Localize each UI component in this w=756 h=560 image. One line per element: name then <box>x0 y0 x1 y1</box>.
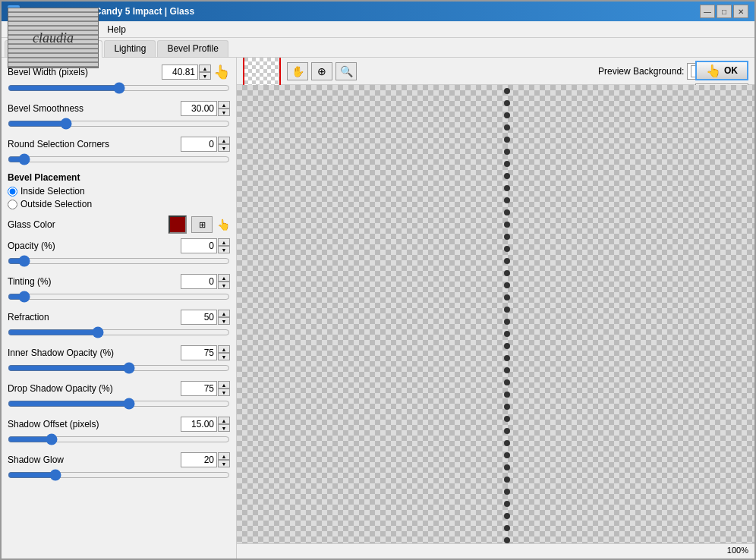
minimize-button[interactable]: — <box>700 5 715 18</box>
tab-bevel-profile[interactable]: Bevel Profile <box>157 40 228 57</box>
tinting-label: Tinting (%) <box>8 276 181 287</box>
dot-26 <box>504 392 510 398</box>
drop-shadow-label: Drop Shadow Opacity (%) <box>8 383 181 394</box>
shadow-offset-down[interactable]: ▼ <box>218 424 230 432</box>
dot-37 <box>504 525 510 531</box>
pan-tool-button[interactable]: ✋ <box>287 62 308 80</box>
bevel-width-up[interactable]: ▲ <box>199 64 211 72</box>
round-corners-spinbox: 0 ▲ ▼ <box>181 137 230 152</box>
dot-7 <box>504 161 510 167</box>
dot-38 <box>504 537 510 543</box>
opacity-down[interactable]: ▼ <box>218 246 230 253</box>
tool2-button[interactable]: ⊕ <box>311 62 332 80</box>
inner-shadow-label: Inner Shadow Opacity (%) <box>8 348 181 358</box>
bevel-width-down[interactable]: ▼ <box>199 72 211 80</box>
tab-lighting[interactable]: Lighting <box>104 40 156 57</box>
bevel-smoothness-up[interactable]: ▲ <box>218 101 230 109</box>
shadow-glow-input[interactable]: 20 <box>181 452 217 467</box>
shadow-glow-down[interactable]: ▼ <box>218 460 230 467</box>
drop-shadow-slider[interactable] <box>8 398 230 410</box>
menu-help[interactable]: Help <box>101 23 132 36</box>
round-corners-slider[interactable] <box>8 153 230 165</box>
opacity-slider[interactable] <box>8 255 230 267</box>
glass-color-row: Glass Color ⊞ 👆 <box>8 216 230 234</box>
opacity-up[interactable]: ▲ <box>218 238 230 246</box>
content-area: Bevel Width (pixels) 40.81 ▲ ▼ 👆 Bevel S… <box>2 58 754 558</box>
drop-shadow-row: Drop Shadow Opacity (%) 75 ▲ ▼ <box>8 381 230 396</box>
opacity-label: Opacity (%) <box>8 241 181 251</box>
drop-shadow-slider-row[interactable] <box>8 398 230 412</box>
drop-shadow-up[interactable]: ▲ <box>218 381 230 389</box>
maximize-button[interactable]: □ <box>717 5 732 18</box>
left-panel: Bevel Width (pixels) 40.81 ▲ ▼ 👆 Bevel S… <box>2 58 237 558</box>
inner-shadow-slider[interactable] <box>8 362 230 374</box>
round-corners-input[interactable]: 0 <box>181 137 217 152</box>
inner-shadow-down[interactable]: ▼ <box>218 353 230 360</box>
dot-28 <box>504 416 510 422</box>
shadow-glow-slider-row[interactable] <box>8 469 230 483</box>
inner-shadow-up[interactable]: ▲ <box>218 345 230 353</box>
opacity-input[interactable]: 0 <box>181 238 217 253</box>
outside-selection-radio[interactable] <box>8 200 17 209</box>
dot-19 <box>504 307 510 313</box>
dot-5 <box>504 137 510 143</box>
dot-32 <box>504 464 510 470</box>
drop-shadow-down[interactable]: ▼ <box>218 389 230 396</box>
close-button[interactable]: ✕ <box>733 5 748 18</box>
glass-color-arrow[interactable]: 👆 <box>217 219 230 231</box>
round-corners-up[interactable]: ▲ <box>218 137 230 144</box>
tinting-up[interactable]: ▲ <box>218 274 230 282</box>
inner-shadow-slider-row[interactable] <box>8 362 230 376</box>
bevel-width-slider-row[interactable] <box>8 82 230 96</box>
shadow-offset-slider-row[interactable] <box>8 433 230 448</box>
dot-9 <box>504 185 510 191</box>
tinting-down[interactable]: ▼ <box>218 282 230 289</box>
dot-36 <box>504 513 510 519</box>
dot-13 <box>504 234 510 240</box>
color-grid-button[interactable]: ⊞ <box>191 216 213 233</box>
zoom-level: 100% <box>727 546 748 557</box>
bevel-smoothness-input[interactable]: 30.00 <box>181 101 217 116</box>
bevel-smoothness-slider[interactable] <box>8 118 230 130</box>
glass-color-swatch[interactable] <box>169 216 187 234</box>
tinting-slider[interactable] <box>8 291 230 303</box>
refraction-up[interactable]: ▲ <box>218 310 230 317</box>
preview-toolbar: ✋ ⊕ 🔍 Preview Background: None ▼ 👆 <box>237 58 754 85</box>
dot-10 <box>504 197 510 203</box>
refraction-input[interactable]: 50 <box>181 310 217 325</box>
inside-selection-radio[interactable] <box>8 187 17 197</box>
zoom-tool-button[interactable]: 🔍 <box>335 62 357 80</box>
refraction-down[interactable]: ▼ <box>218 317 230 325</box>
shadow-glow-up[interactable]: ▲ <box>218 452 230 460</box>
opacity-slider-row[interactable] <box>8 255 230 269</box>
zoom-icon: 🔍 <box>340 65 353 77</box>
left-preview-image: claudia <box>8 58 99 68</box>
shadow-offset-input[interactable]: 15.00 <box>181 417 217 432</box>
bevel-smoothness-slider-row[interactable] <box>8 118 230 132</box>
round-corners-slider-row[interactable] <box>8 153 230 168</box>
refraction-slider[interactable] <box>8 326 230 338</box>
menu-bar: Edit Filter View Help <box>2 21 754 38</box>
inner-shadow-row: Inner Shadow Opacity (%) 75 ▲ ▼ <box>8 345 230 360</box>
inside-selection-row[interactable]: Inside Selection <box>8 186 230 197</box>
refraction-label: Refraction <box>8 312 181 322</box>
shadow-offset-slider[interactable] <box>8 433 230 445</box>
tool2-icon: ⊕ <box>317 65 326 77</box>
shadow-offset-up[interactable]: ▲ <box>218 417 230 424</box>
bevel-width-input[interactable]: 40.81 <box>162 64 198 80</box>
ok-button[interactable]: 👆 OK <box>695 61 748 80</box>
round-corners-down[interactable]: ▼ <box>218 144 230 152</box>
dot-31 <box>504 452 510 458</box>
tinting-slider-row[interactable] <box>8 291 230 305</box>
bevel-width-indicator: 👆 <box>213 64 230 80</box>
inner-shadow-input[interactable]: 75 <box>181 345 217 360</box>
preview-area <box>237 85 754 543</box>
bevel-smoothness-down[interactable]: ▼ <box>218 109 230 116</box>
refraction-slider-row[interactable] <box>8 326 230 341</box>
shadow-glow-slider[interactable] <box>8 469 230 481</box>
tinting-input[interactable]: 0 <box>181 274 217 289</box>
bevel-width-slider[interactable] <box>8 82 230 94</box>
outside-selection-row[interactable]: Outside Selection <box>8 199 230 209</box>
dot-27 <box>504 404 510 410</box>
drop-shadow-input[interactable]: 75 <box>181 381 217 396</box>
